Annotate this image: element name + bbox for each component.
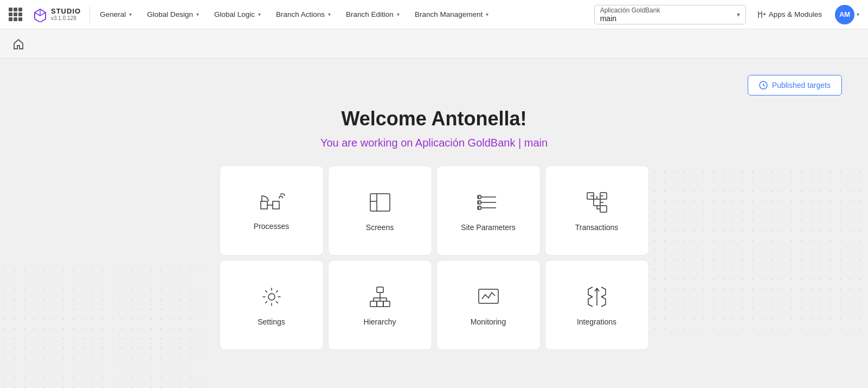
settings-icon [259, 284, 285, 310]
branch-name-label: main [600, 14, 732, 23]
app-name-label: Aplicación GoldBank [600, 7, 732, 14]
card-site-parameters-label: Site Parameters [461, 223, 515, 232]
nav-item-global-design[interactable]: Global Design ▾ [139, 0, 207, 29]
card-site-parameters[interactable]: Site Parameters [436, 166, 541, 256]
chevron-down-icon: ▾ [486, 11, 488, 17]
home-icon [12, 38, 24, 50]
nav-item-global-design-label: Global Design [147, 10, 193, 18]
top-navigation: STUDIO v3.1.0.128 General ▾ Global Desig… [0, 0, 868, 29]
card-monitoring[interactable]: Monitoring [436, 260, 541, 350]
card-screens-label: Screens [366, 223, 394, 232]
svg-point-11 [268, 294, 275, 300]
nav-item-branch-edition-label: Branch Edition [346, 10, 394, 18]
studio-name: STUDIO [51, 8, 81, 15]
svg-rect-5 [478, 201, 481, 204]
apps-modules-label: Apps & Modules [769, 10, 822, 18]
monitoring-icon [475, 284, 501, 310]
grid-menu-icon[interactable] [4, 0, 26, 29]
user-avatar: AM [835, 5, 854, 24]
chevron-down-icon: ▾ [328, 11, 331, 17]
main-content: Published targets Welcome Antonella! You… [0, 59, 868, 388]
secondary-bar [0, 29, 868, 59]
nav-item-branch-edition[interactable]: Branch Edition ▾ [338, 0, 407, 29]
nav-item-branch-actions[interactable]: Branch Actions ▾ [268, 0, 338, 29]
integrations-icon [584, 284, 610, 310]
app-branch-selector[interactable]: Aplicación GoldBank main ▾ [594, 5, 746, 24]
card-integrations-label: Integrations [577, 317, 616, 326]
avatar-button[interactable]: AM ▾ [831, 0, 864, 29]
hierarchy-icon [367, 284, 393, 310]
welcome-section: Welcome Antonella! You are working on Ap… [0, 59, 868, 372]
screens-icon [367, 189, 393, 215]
app-info: Aplicación GoldBank main [600, 7, 732, 23]
selector-chevron-icon: ▾ [737, 11, 740, 18]
transactions-icon [584, 189, 610, 215]
svg-rect-4 [478, 195, 481, 199]
card-hierarchy[interactable]: Hierarchy [328, 260, 432, 350]
card-hierarchy-label: Hierarchy [364, 317, 396, 326]
welcome-subtitle: You are working on Aplicación GoldBank |… [320, 137, 548, 149]
svg-rect-7 [594, 199, 600, 206]
nav-item-global-logic-label: Global Logic [214, 10, 255, 18]
card-settings[interactable]: Settings [220, 260, 324, 350]
chevron-down-icon: ▾ [129, 11, 132, 17]
nav-item-branch-management[interactable]: Branch Management ▾ [407, 0, 496, 29]
card-transactions[interactable]: Transactions [545, 166, 649, 256]
svg-rect-6 [478, 206, 481, 209]
studio-version: v3.1.0.128 [51, 15, 81, 21]
studio-logo[interactable]: STUDIO v3.1.0.128 [26, 7, 87, 22]
svg-rect-16 [479, 289, 498, 303]
nav-right-section: Apps & Modules AM ▾ [750, 0, 864, 29]
nav-item-branch-management-label: Branch Management [415, 10, 483, 18]
cards-grid: Processes Screens [165, 166, 703, 350]
welcome-title: Welcome Antonella! [341, 107, 526, 130]
processes-icon [258, 190, 286, 214]
svg-rect-14 [377, 301, 383, 307]
card-monitoring-label: Monitoring [471, 317, 506, 326]
nav-item-global-logic[interactable]: Global Logic ▾ [207, 0, 268, 29]
chevron-down-icon: ▾ [196, 11, 199, 17]
nav-divider-1 [89, 7, 90, 23]
card-processes-label: Processes [254, 222, 289, 231]
apps-modules-icon [757, 10, 767, 20]
avatar-chevron-icon: ▾ [857, 11, 859, 17]
chevron-down-icon: ▾ [258, 11, 261, 17]
logo-text: STUDIO v3.1.0.128 [51, 8, 81, 21]
nav-item-general[interactable]: General ▾ [92, 0, 139, 29]
svg-rect-10 [600, 206, 607, 212]
nav-item-general-label: General [100, 10, 126, 18]
svg-rect-13 [370, 301, 377, 307]
site-parameters-icon [475, 189, 501, 215]
card-integrations[interactable]: Integrations [545, 260, 649, 350]
apps-modules-button[interactable]: Apps & Modules [750, 0, 828, 29]
card-transactions-label: Transactions [575, 223, 619, 232]
nav-item-branch-actions-label: Branch Actions [276, 10, 325, 18]
svg-rect-15 [383, 301, 390, 307]
home-button[interactable] [9, 34, 28, 54]
svg-rect-12 [377, 287, 383, 292]
svg-rect-1 [370, 194, 390, 211]
card-screens[interactable]: Screens [328, 166, 432, 256]
chevron-down-icon: ▾ [397, 11, 400, 17]
logo-icon [33, 7, 48, 22]
grid-dots-icon [9, 8, 22, 21]
card-settings-label: Settings [258, 317, 285, 326]
card-processes[interactable]: Processes [220, 166, 324, 256]
